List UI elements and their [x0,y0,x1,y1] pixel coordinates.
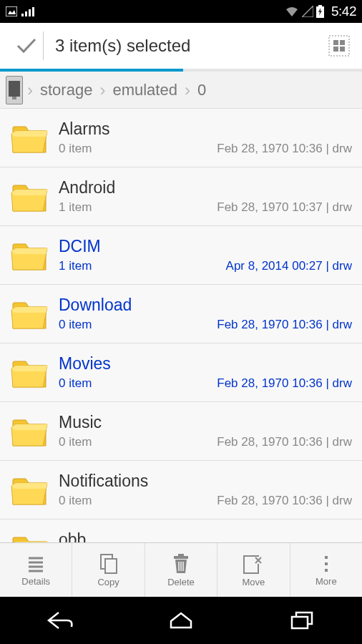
file-row[interactable]: Alarms0 itemFeb 28, 1970 10:36 | drw [0,109,362,167]
folder-icon [10,414,49,449]
file-date: Feb 28, 1970 10:36 | drw [217,318,352,332]
details-icon [26,554,46,574]
delete-icon [172,553,190,575]
file-name: Music [59,413,102,432]
bars-icon [21,6,34,16]
delete-button[interactable]: Delete [145,543,217,597]
svg-rect-11 [333,47,338,52]
svg-rect-2 [21,14,24,16]
file-row[interactable]: Movies0 itemFeb 28, 1970 10:36 | drw [0,343,362,402]
svg-rect-7 [318,5,322,6]
svg-rect-18 [105,559,117,573]
file-meta: 0 item [59,376,92,391]
back-button[interactable] [31,606,89,635]
file-date: Feb 28, 1970 10:36 | drw [217,376,352,391]
file-row[interactable]: Notifications0 itemFeb 28, 1970 10:36 | … [0,461,362,519]
file-row[interactable]: Download0 itemFeb 28, 1970 10:36 | drw [0,285,362,343]
svg-rect-0 [6,6,17,16]
file-meta: 1 item [59,200,92,215]
file-name: Download [59,296,132,315]
file-info: Download0 itemFeb 28, 1970 10:36 | drw [59,296,352,332]
file-row[interactable]: Android1 itemFeb 28, 1970 10:37 | drw [0,167,362,226]
svg-rect-3 [25,11,27,16]
chevron-icon: › [99,80,105,100]
file-info: obb0 itemFeb 28, 1970 10:35 | drw [59,530,352,542]
svg-rect-20 [174,556,188,559]
file-info: Notifications0 itemFeb 28, 1970 10:36 | … [59,472,352,508]
folder-icon [10,532,49,543]
toolbar-label: Delete [167,577,195,587]
wifi-icon [285,6,299,17]
status-time: 5:42 [331,4,356,19]
file-meta: 0 item [59,494,92,508]
file-date: Feb 28, 1970 10:36 | drw [217,435,352,449]
folder-icon [10,473,49,507]
folder-icon [10,238,49,273]
folder-icon [10,356,49,390]
device-icon[interactable] [6,76,23,104]
toolbar-label: Details [21,576,50,587]
breadcrumb: › storage › emulated › 0 [0,72,362,109]
svg-rect-8 [329,36,349,56]
chevron-icon: › [27,80,33,100]
svg-rect-4 [29,9,31,16]
file-info: Alarms0 itemFeb 28, 1970 10:36 | drw [59,119,352,156]
signal-icon [302,6,313,17]
file-name: Movies [59,354,111,374]
file-name: DCIM [59,237,101,256]
file-list[interactable]: Alarms0 itemFeb 28, 1970 10:36 | drwAndr… [0,109,362,542]
svg-rect-19 [178,554,184,556]
toolbar-label: Copy [97,577,119,587]
file-info: DCIM1 itemApr 8, 2014 00:27 | drw [59,237,352,273]
image-icon [6,6,17,16]
move-icon [243,553,264,575]
done-button[interactable] [9,29,43,63]
recent-button[interactable] [273,606,331,635]
file-meta: 0 item [59,435,92,449]
svg-rect-5 [32,7,34,16]
file-date: Feb 28, 1970 10:36 | drw [217,494,352,508]
file-info: Android1 itemFeb 28, 1970 10:37 | drw [59,178,352,215]
home-button[interactable] [152,606,210,635]
file-info: Music0 itemFeb 28, 1970 10:36 | drw [59,413,352,449]
file-date: Feb 28, 1970 10:37 | drw [217,200,352,215]
file-row[interactable]: Music0 itemFeb 28, 1970 10:36 | drw [0,402,362,461]
breadcrumb-item[interactable]: 0 [192,81,212,99]
svg-rect-30 [325,569,328,572]
svg-rect-12 [340,47,345,52]
copy-icon [99,553,119,575]
selection-title: 3 item(s) selected [48,36,325,56]
copy-button[interactable]: Copy [72,543,145,597]
svg-marker-1 [8,10,16,14]
file-meta: 0 item [59,142,92,156]
breadcrumb-item[interactable]: emulated [107,81,183,99]
file-date: Apr 8, 2014 00:27 | drw [226,259,352,273]
folder-icon [10,297,49,331]
more-icon [323,554,330,574]
svg-rect-32 [292,617,308,628]
file-row[interactable]: DCIM1 itemApr 8, 2014 00:27 | drw [0,226,362,285]
folder-icon [10,180,49,214]
file-info: Movies0 itemFeb 28, 1970 10:36 | drw [59,354,352,391]
svg-rect-9 [333,40,338,45]
file-meta: 0 item [59,318,92,332]
file-name: Android [59,178,115,197]
nav-bar [0,597,362,644]
svg-rect-28 [325,556,328,559]
app-bar: 3 item(s) selected [0,23,362,69]
toolbar-label: Move [243,577,265,587]
more-button[interactable]: More [290,543,362,597]
file-date: Feb 28, 1970 10:36 | drw [217,142,352,156]
breadcrumb-item[interactable]: storage [34,81,98,99]
divider [43,31,44,60]
svg-rect-29 [325,562,328,565]
move-button[interactable]: Move [217,543,290,597]
battery-icon [316,5,324,18]
status-bar: 5:42 [0,0,362,23]
file-row[interactable]: obb0 itemFeb 28, 1970 10:35 | drw [0,519,362,542]
details-button[interactable]: Details [0,543,72,597]
folder-icon [10,121,49,155]
toolbar-label: More [315,576,337,587]
select-all-button[interactable] [325,31,353,60]
chevron-icon: › [185,80,190,100]
